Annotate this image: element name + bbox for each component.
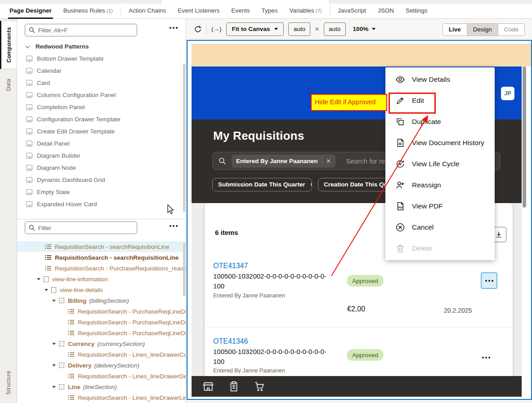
tree-node-fragment[interactable]: RequisitionSearch - PurchaseRequisitions… [17,263,186,274]
canvas-height-input[interactable] [324,22,346,36]
app-banner [192,44,531,66]
chevron-down-icon [274,28,278,30]
tree-node-page[interactable]: view-line-information [17,274,186,284]
requisition-link[interactable]: OTE41347 [213,262,248,270]
tree-node-section[interactable]: Currency(currencySection) [17,338,186,349]
component-item[interactable]: Diagram Node [17,162,186,174]
zoom-dropdown[interactable]: 100% [353,26,376,32]
expand-arrow-icon[interactable] [52,300,56,302]
tab-settings[interactable]: Settings [400,4,434,19]
component-item[interactable]: Dynamic Dashboard Grid [17,174,186,186]
component-item[interactable]: Card [17,77,186,89]
menu-item-view-pdf[interactable]: PDF View PDF [385,195,495,217]
tab-events[interactable]: Events [225,4,255,19]
canvas-width-input[interactable] [288,22,310,36]
component-item[interactable]: Expanded Hover Card [17,198,186,210]
redwood-patterns-section[interactable]: Redwood Patterns [26,43,89,50]
status-badge: Approved [347,349,384,361]
rail-tab-data[interactable]: Data [0,74,17,96]
menu-item-reassign[interactable]: Reassign [385,174,495,195]
amount: €2,00 [347,305,365,313]
menu-item-view-document-history[interactable]: View Document History [385,132,495,153]
close-icon[interactable]: × [326,157,331,165]
search-filter-chip[interactable]: Entered By Janne Paananen × [232,155,335,168]
component-item[interactable]: Calendar [17,65,186,77]
expand-arrow-icon[interactable] [37,278,40,280]
tab-event-listeners[interactable]: Event Listeners [172,4,225,19]
row-actions-button[interactable] [481,272,497,289]
left-rail: Components Data Structure [0,19,17,403]
tree-node-fragment[interactable]: RequisitionSearch - Lines_lineDrawerLine… [17,392,186,403]
avatar[interactable]: JP [501,87,514,100]
components-scrollbar[interactable] [183,64,185,212]
preview-scrollbar[interactable] [523,66,526,208]
requisition-link[interactable]: OTE41346 [213,337,248,345]
tree-node-fragment[interactable]: RequisitionSearch - searchRequisitionLin… [17,252,186,263]
svg-text:PDF: PDF [398,206,404,209]
component-item[interactable]: Configuration Drawer Template [17,113,186,125]
tab-json[interactable]: JSON [372,4,400,19]
menu-item-view-details[interactable]: View Details [385,69,495,90]
menu-item-cancel[interactable]: Cancel [385,217,495,238]
tree-node-section[interactable]: Billing(billingSection) [17,295,186,306]
tab-types[interactable]: Types [256,4,284,19]
tree-node-fragment[interactable]: RequisitionSearch - searchRequisitionLin… [17,241,186,252]
tree-node-section[interactable]: Line(lineSection) [17,381,186,392]
tab-business-rules[interactable]: Business Rules(1) [58,4,119,19]
active-nav-indicator [226,373,240,376]
rail-tab-structure[interactable]: Structure [0,367,17,399]
tree-node-page[interactable]: view-line-details [17,284,186,295]
components-filter-input[interactable] [38,27,133,34]
mode-live-button[interactable]: Live [443,24,467,35]
columns-config-icon [26,92,32,98]
cart-icon[interactable] [254,381,265,392]
tree-node-fragment[interactable]: RequisitionSearch - PurchaseReqLineDistr… [17,306,186,317]
tab-variables[interactable]: Variables(7) [284,4,328,19]
status-badge: Approved [347,275,384,287]
tab-page-designer[interactable]: Page Designer [4,4,58,19]
expand-arrow-icon[interactable] [52,386,56,388]
component-item[interactable]: Diagram Builder [17,150,186,162]
component-item[interactable]: Create Edit Drawer Template [17,125,186,137]
component-item[interactable]: Completion Panel [17,101,186,113]
mode-design-button[interactable]: Design [467,24,498,35]
tab-action-chains[interactable]: Action Chains [123,4,172,19]
expand-arrow-icon[interactable] [52,364,56,367]
tree-node-fragment[interactable]: RequisitionSearch - PurchaseReqLineDistr… [17,328,186,338]
resize-mode-icon[interactable]: (→) [211,26,222,32]
search-icon [29,27,35,33]
component-item[interactable]: Columns Configuration Panel [17,89,186,101]
toolbar-divider [206,24,207,34]
mode-code-button[interactable]: Code [498,24,524,35]
filter-chip-submission-date[interactable]: Submission Date This Quarter 6 [212,178,312,191]
components-overflow-menu[interactable] [170,27,178,29]
store-icon[interactable] [202,381,214,392]
rail-tab-components[interactable]: Components [0,21,17,69]
tree-node-fragment[interactable]: RequisitionSearch - Lines_lineDrawerDeli… [17,371,186,381]
expand-arrow-icon[interactable] [45,289,48,291]
component-item[interactable]: Detail Panel [17,137,186,150]
menu-item-duplicate[interactable]: Duplicate [385,111,495,132]
structure-scrollbar[interactable] [183,243,185,297]
components-filter[interactable] [25,24,137,36]
structure-filter-input[interactable] [38,225,133,231]
times-separator: × [315,25,319,33]
config-drawer-icon [26,116,32,122]
structure-overflow-menu[interactable] [170,225,178,227]
component-item[interactable]: Empty State [17,186,186,198]
expand-arrow-icon[interactable] [52,343,56,345]
section-icon [59,384,64,390]
structure-filter[interactable] [25,221,137,234]
tree-node-fragment[interactable]: RequisitionSearch - Lines_lineDrawerCurr… [17,349,186,360]
menu-item-view-life-cycle[interactable]: View Life Cycle [385,153,495,174]
filter-chip-creation-date[interactable]: Creation Date This Qua [318,178,392,191]
search-icon [29,225,35,231]
component-item[interactable]: Bottom Drawer Template [17,53,186,65]
fit-to-canvas-dropdown[interactable]: Fit to Canvas [226,22,284,36]
row-actions-button[interactable] [482,357,490,359]
tree-node-fragment[interactable]: RequisitionSearch - PurchaseReqLineDistr… [17,317,186,328]
tree-node-section[interactable]: Delivery(deliverySection) [17,360,186,371]
clipboard-icon[interactable] [228,381,240,392]
tab-javascript[interactable]: JavaScript [332,4,372,19]
refresh-icon[interactable] [194,25,202,33]
